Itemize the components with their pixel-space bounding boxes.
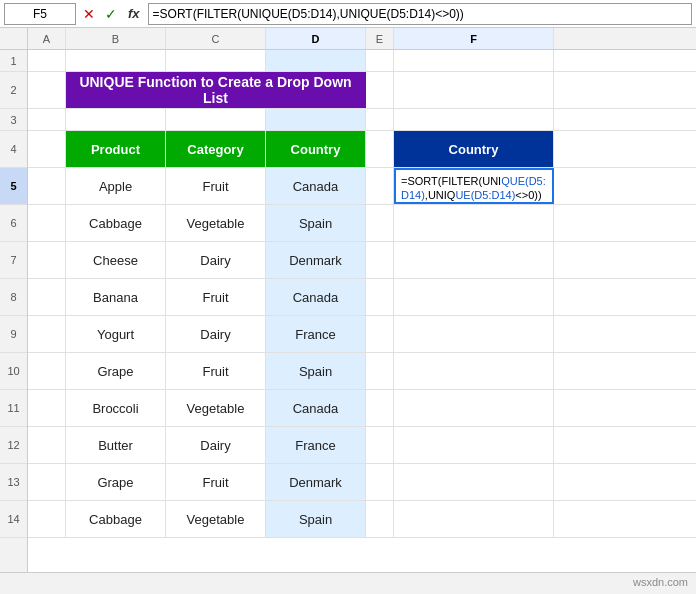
cell-c6[interactable]: Vegetable xyxy=(166,205,266,241)
cell-e10[interactable] xyxy=(366,353,394,389)
cell-f1[interactable] xyxy=(394,50,554,71)
cell-c7[interactable]: Dairy xyxy=(166,242,266,278)
cell-a2[interactable] xyxy=(28,72,66,108)
cell-a14[interactable] xyxy=(28,501,66,537)
cell-b8[interactable]: Banana xyxy=(66,279,166,315)
cell-f3[interactable] xyxy=(394,109,554,130)
cell-d11[interactable]: Canada xyxy=(266,390,366,426)
cell-e2[interactable] xyxy=(366,72,394,108)
row-num-12[interactable]: 12 xyxy=(0,427,27,464)
cell-a9[interactable] xyxy=(28,316,66,352)
cell-d14[interactable]: Spain xyxy=(266,501,366,537)
cell-f14[interactable] xyxy=(394,501,554,537)
cell-f6[interactable] xyxy=(394,205,554,241)
cell-b5[interactable]: Apple xyxy=(66,168,166,204)
row-num-3[interactable]: 3 xyxy=(0,109,27,131)
cell-d1[interactable] xyxy=(266,50,366,71)
row-num-1[interactable]: 1 xyxy=(0,50,27,72)
cell-e12[interactable] xyxy=(366,427,394,463)
cell-a7[interactable] xyxy=(28,242,66,278)
cell-b3[interactable] xyxy=(66,109,166,130)
row-num-4[interactable]: 4 xyxy=(0,131,27,168)
cancel-icon[interactable]: ✕ xyxy=(80,6,98,22)
cell-reference-box[interactable]: F5 xyxy=(4,3,76,25)
cell-d12[interactable]: France xyxy=(266,427,366,463)
row-num-10[interactable]: 10 xyxy=(0,353,27,390)
formula-input[interactable] xyxy=(148,3,692,25)
cell-e3[interactable] xyxy=(366,109,394,130)
cell-e9[interactable] xyxy=(366,316,394,352)
cell-f9[interactable] xyxy=(394,316,554,352)
cell-d9[interactable]: France xyxy=(266,316,366,352)
row-num-8[interactable]: 8 xyxy=(0,279,27,316)
col-header-c[interactable]: C xyxy=(166,28,266,49)
row-num-6[interactable]: 6 xyxy=(0,205,27,242)
cell-f5[interactable]: =SORT(FILTER(UNIQUE(D5:D14),UNIQUE(D5:D1… xyxy=(394,168,554,204)
cell-e8[interactable] xyxy=(366,279,394,315)
cell-f12[interactable] xyxy=(394,427,554,463)
cell-a5[interactable] xyxy=(28,168,66,204)
cell-c13[interactable]: Fruit xyxy=(166,464,266,500)
cell-b1[interactable] xyxy=(66,50,166,71)
row-num-13[interactable]: 13 xyxy=(0,464,27,501)
cell-e11[interactable] xyxy=(366,390,394,426)
cell-c9[interactable]: Dairy xyxy=(166,316,266,352)
cell-a10[interactable] xyxy=(28,353,66,389)
cell-d8[interactable]: Canada xyxy=(266,279,366,315)
cell-b7[interactable]: Cheese xyxy=(66,242,166,278)
cell-d13[interactable]: Denmark xyxy=(266,464,366,500)
cell-f7[interactable] xyxy=(394,242,554,278)
cell-a3[interactable] xyxy=(28,109,66,130)
cell-c10[interactable]: Fruit xyxy=(166,353,266,389)
cell-a13[interactable] xyxy=(28,464,66,500)
row-num-9[interactable]: 9 xyxy=(0,316,27,353)
cell-a4[interactable] xyxy=(28,131,66,167)
row-num-14[interactable]: 14 xyxy=(0,501,27,538)
cell-a12[interactable] xyxy=(28,427,66,463)
cell-e7[interactable] xyxy=(366,242,394,278)
cell-b6[interactable]: Cabbage xyxy=(66,205,166,241)
cell-d10[interactable]: Spain xyxy=(266,353,366,389)
col-header-f[interactable]: F xyxy=(394,28,554,49)
cell-e4[interactable] xyxy=(366,131,394,167)
cell-f2[interactable] xyxy=(394,72,554,108)
row-num-7[interactable]: 7 xyxy=(0,242,27,279)
row-num-5[interactable]: 5 xyxy=(0,168,27,205)
cell-a8[interactable] xyxy=(28,279,66,315)
confirm-icon[interactable]: ✓ xyxy=(102,6,120,22)
cell-c1[interactable] xyxy=(166,50,266,71)
cell-f8[interactable] xyxy=(394,279,554,315)
cell-a1[interactable] xyxy=(28,50,66,71)
cell-e14[interactable] xyxy=(366,501,394,537)
cell-b11[interactable]: Broccoli xyxy=(66,390,166,426)
cell-f13[interactable] xyxy=(394,464,554,500)
col-header-e[interactable]: E xyxy=(366,28,394,49)
cell-f11[interactable] xyxy=(394,390,554,426)
cell-e1[interactable] xyxy=(366,50,394,71)
cell-c3[interactable] xyxy=(166,109,266,130)
cell-c8[interactable]: Fruit xyxy=(166,279,266,315)
cell-c14[interactable]: Vegetable xyxy=(166,501,266,537)
cell-c12[interactable]: Dairy xyxy=(166,427,266,463)
row-num-11[interactable]: 11 xyxy=(0,390,27,427)
cell-c11[interactable]: Vegetable xyxy=(166,390,266,426)
cell-a6[interactable] xyxy=(28,205,66,241)
cell-e6[interactable] xyxy=(366,205,394,241)
cell-e5[interactable] xyxy=(366,168,394,204)
cell-d3[interactable] xyxy=(266,109,366,130)
cell-d7[interactable]: Denmark xyxy=(266,242,366,278)
row-num-2[interactable]: 2 xyxy=(0,72,27,109)
col-header-a[interactable]: A xyxy=(28,28,66,49)
cell-b14[interactable]: Cabbage xyxy=(66,501,166,537)
cell-c5[interactable]: Fruit xyxy=(166,168,266,204)
cell-f10[interactable] xyxy=(394,353,554,389)
cell-e13[interactable] xyxy=(366,464,394,500)
cell-a11[interactable] xyxy=(28,390,66,426)
cell-d5[interactable]: Canada xyxy=(266,168,366,204)
cell-d6[interactable]: Spain xyxy=(266,205,366,241)
cell-b10[interactable]: Grape xyxy=(66,353,166,389)
cell-b9[interactable]: Yogurt xyxy=(66,316,166,352)
col-header-d[interactable]: D xyxy=(266,28,366,49)
col-header-b[interactable]: B xyxy=(66,28,166,49)
cell-b12[interactable]: Butter xyxy=(66,427,166,463)
